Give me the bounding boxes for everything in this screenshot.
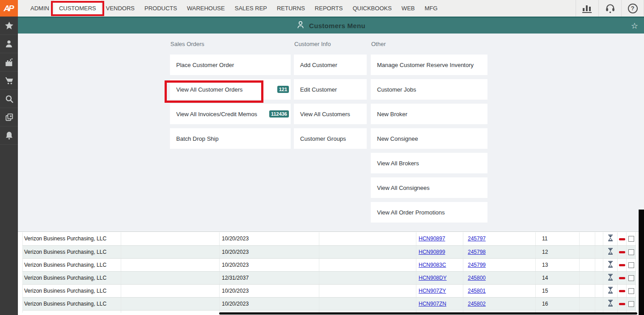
line-number-cell: 16 [536,297,580,310]
hcn-link[interactable]: HCN90897 [419,235,445,242]
hcn-link[interactable]: HCN908DY [419,275,447,281]
column-chart-icon[interactable] [576,0,598,17]
line-number-cell: 13 [536,258,580,271]
menu-item-view-all-consignees[interactable]: View All Consignees [371,177,487,198]
menu-item-edit-customer[interactable]: Edit Customer [294,79,367,100]
red-dash-icon [619,303,625,305]
customer-name-cell: Verizon Business Purchasing, LLC [23,232,121,245]
customer-name-cell: Verizon Business Purchasing, LLC [23,297,121,310]
nav-tab-vendors[interactable]: VENDORS [101,0,140,17]
nav-tab-web[interactable]: WEB [397,0,420,17]
date-cell: 10/20/2023 [220,245,319,258]
menu-item-place-customer-order[interactable]: Place Customer Order [170,55,291,75]
menu-item-label: View All Invoices/Credit Memos [176,111,257,118]
nav-tab-quickbooks[interactable]: QUICKBOOKS [347,0,396,17]
topbar-icon-group: ? [576,0,644,17]
order-number-link[interactable]: 245801 [468,288,486,294]
menu-item-view-all-brokers[interactable]: View All Brokers [371,153,487,173]
customers-person-icon[interactable] [0,35,18,53]
menu-item-view-all-order-promotions[interactable]: View All Order Promotions [371,202,487,223]
count-badge: 121 [277,86,289,93]
row-checkbox[interactable] [628,275,634,281]
app-logo[interactable]: AP [0,0,18,17]
main-nav: ADMIN CUSTOMERS VENDORS PRODUCTS WAREHOU… [25,0,442,17]
hcn-link[interactable]: HCN90899 [419,249,445,255]
menu-item-batch-drop-ship[interactable]: Batch Drop Ship [170,128,291,149]
red-dash-icon [619,264,625,266]
customers-menu-header: Customers Menu ☆ [18,18,644,34]
date-cell: 10/20/2023 [220,297,319,310]
nav-tab-sales-rep[interactable]: SALES REP [230,0,272,17]
menu-item-manage-customer-reserve-inventory[interactable]: Manage Customer Reserve Inventory [371,55,487,75]
red-dash-icon [619,277,625,279]
help-icon[interactable]: ? [621,0,644,17]
table-row: Verizon Business Purchasing, LLC 10/20/2… [23,245,636,258]
hcn-link[interactable]: HCN9083C [419,262,446,268]
manufacturing-factory-icon[interactable] [0,53,18,71]
hcn-link[interactable]: HCN907ZN [419,301,446,307]
section-label: Sales Orders [170,41,291,47]
help-glyph: ? [631,5,635,12]
nav-tab-warehouse[interactable]: WAREHOUSE [182,0,230,17]
favorites-star-icon[interactable] [0,17,18,35]
row-checkbox[interactable] [628,262,634,268]
nav-tab-admin[interactable]: ADMIN [25,0,54,17]
customer-name-cell: Verizon Business Purchasing, LLC [23,284,121,297]
table-row: Verizon Business Purchasing, LLC 10/20/2… [23,297,636,310]
order-number-link[interactable]: 245802 [468,301,486,307]
section-label: Customer Info [294,41,367,47]
line-number-cell: 14 [536,271,580,284]
menu-item-view-all-customers[interactable]: View All Customers [294,104,367,124]
support-headset-icon[interactable] [598,0,621,17]
red-dash-icon [619,251,625,253]
date-cell: 10/20/2023 [220,232,319,245]
nav-tab-products[interactable]: PRODUCTS [140,0,182,17]
hcn-link[interactable]: HCN907ZY [419,288,446,294]
nav-tab-returns[interactable]: RETURNS [272,0,310,17]
close-windows-icon[interactable] [0,108,18,126]
menu-item-new-broker[interactable]: New Broker [371,104,487,124]
customer-orders-table: Verizon Business Purchasing, LLC 10/20/2… [18,231,644,315]
menu-item-view-all-customer-orders[interactable]: View All Customer Orders 121 [170,79,291,100]
hourglass-icon [608,248,613,256]
menu-item-add-customer[interactable]: Add Customer [294,55,367,75]
person-outline-icon [297,21,305,31]
menu-item-label: View All Customer Orders [176,86,243,93]
order-number-link[interactable]: 245799 [468,262,486,268]
line-number-cell: 15 [536,284,580,297]
customers-menu-panel: Sales Orders Place Customer Order View A… [18,34,644,231]
nav-tab-customers-label: CUSTOMERS [59,5,96,12]
table-row: Verizon Business Purchasing, LLC 12/31/2… [23,271,636,284]
table-row: Verizon Business Purchasing, LLC 10/20/2… [23,232,636,245]
row-checkbox[interactable] [628,288,634,294]
search-magnifier-icon[interactable] [0,90,18,108]
orders-cart-icon[interactable] [0,71,18,90]
row-checkbox[interactable] [628,301,634,307]
row-checkbox[interactable] [628,236,634,242]
nav-tab-reports[interactable]: REPORTS [310,0,348,17]
line-number-cell: 12 [536,245,580,258]
line-number-cell: 11 [536,232,580,245]
menu-item-view-all-invoices-credit-memos[interactable]: View All Invoices/Credit Memos 112436 [170,104,291,124]
menu-item-new-consignee[interactable]: New Consignee [371,128,487,149]
row-checkbox[interactable] [628,249,634,255]
notifications-bell-icon[interactable] [0,126,18,145]
table-row: Verizon Business Purchasing, LLC 10/20/2… [23,258,636,271]
nav-tab-customers[interactable]: CUSTOMERS [54,0,101,17]
customer-name-cell: Verizon Business Purchasing, LLC [23,258,121,271]
count-badge: 112436 [269,110,289,118]
menu-item-customer-groups[interactable]: Customer Groups [294,128,367,149]
order-number-link[interactable]: 245800 [468,275,486,281]
red-dash-icon [619,290,625,292]
customer-name-cell: Verizon Business Purchasing, LLC [23,245,121,258]
order-number-link[interactable]: 245797 [468,235,486,242]
background-window-edge-right [639,210,644,315]
nav-tab-mfg[interactable]: MFG [419,0,442,17]
order-number-link[interactable]: 245798 [468,249,486,255]
favorite-star-icon[interactable]: ☆ [631,22,638,30]
date-cell: 10/20/2023 [220,284,319,297]
page-title: Customers Menu [309,22,365,29]
icon-sidebar [0,17,18,315]
menu-item-customer-jobs[interactable]: Customer Jobs [371,79,487,100]
section-label: Other [371,41,487,47]
